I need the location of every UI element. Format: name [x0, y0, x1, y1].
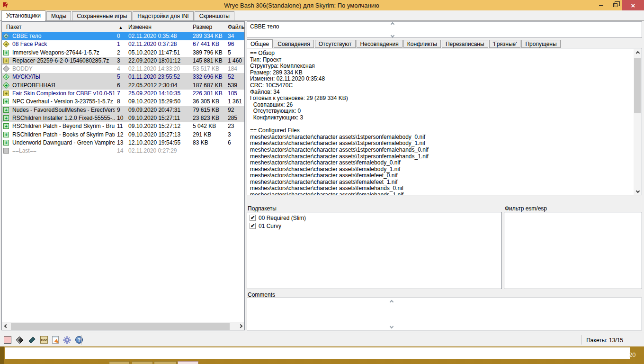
- package-name: ==Last==: [12, 147, 115, 155]
- name-field-scroll[interactable]: [389, 23, 396, 37]
- pencil-icon: [54, 339, 60, 345]
- scroll-right-icon[interactable]: [236, 322, 244, 330]
- plus-glyph: +: [2, 122, 10, 130]
- comments-label: Comments: [248, 291, 275, 298]
- package-row[interactable]: +NPC Overhaul - Version 3-23755-1-5.7z80…: [2, 98, 244, 106]
- scroll-up-icon[interactable]: [391, 22, 394, 26]
- plus-glyph: +: [2, 98, 10, 105]
- main-tab-2[interactable]: Моды: [46, 11, 71, 20]
- package-name: 08 Face Pack: [12, 40, 115, 48]
- package-row[interactable]: +Nudes - FavoredSoulMeshes - ErectVersi.…: [2, 106, 244, 114]
- mod-checker-icon[interactable]: [52, 336, 59, 344]
- package-files: 52: [225, 73, 244, 81]
- green-square-icon: +: [2, 106, 12, 114]
- package-size: 53 517 KB: [191, 65, 225, 73]
- package-row[interactable]: +RSChildren Patch - Books of Skyrim Patc…: [2, 131, 244, 139]
- comments-box[interactable]: [247, 298, 642, 330]
- package-files: 6: [225, 139, 244, 147]
- package-modified: 02.11.2020 0:37:28: [127, 40, 191, 48]
- package-size: 289 334 KB: [191, 32, 225, 40]
- package-row[interactable]: +RSChildren Installer 1.2.0 Fixed-55555-…: [2, 114, 244, 122]
- checkbox-icon[interactable]: ✔: [250, 223, 256, 229]
- package-row[interactable]: ==Last==1402.11.2020 0:27:29: [2, 147, 244, 155]
- detail-tab-3[interactable]: Отсутствуют: [315, 40, 356, 48]
- wrye-bash-window: Wrye Bash 306(Standalone) для Skyrim: По…: [0, 0, 644, 346]
- close-button[interactable]: ×: [622, 0, 644, 10]
- package-name: ОТКРОВЕННАЯ: [12, 82, 115, 90]
- package-files: 92: [225, 106, 244, 114]
- column-size[interactable]: Размер: [191, 22, 225, 32]
- package-size: 145 881 KB: [191, 57, 225, 65]
- general-info-box[interactable]: == Обзор Тип: Проект Структура: Комплекс…: [247, 48, 642, 195]
- subpackages-label: Подпакеты: [248, 205, 277, 212]
- scroll-down-icon[interactable]: [391, 34, 394, 37]
- vertical-scrollbar[interactable]: [634, 49, 641, 195]
- package-files: 539: [225, 82, 244, 90]
- plus-glyph: +: [2, 40, 10, 48]
- package-order: 6: [115, 82, 127, 90]
- esm-filter-box[interactable]: [504, 212, 642, 289]
- minimize-button[interactable]: [594, 0, 608, 10]
- package-row[interactable]: +Replacer-25259-6-2-0-1546080285.7z322.0…: [2, 57, 244, 65]
- plus-glyph: +: [2, 139, 10, 146]
- package-size: 23 823 KB: [191, 114, 225, 122]
- settings-gear-icon[interactable]: [63, 336, 71, 344]
- package-files: 1 361: [225, 98, 244, 106]
- package-files: 105: [225, 90, 244, 98]
- package-row[interactable]: +CBBE тело002.11.2020 0:35:48289 334 KB3…: [2, 32, 244, 40]
- column-package[interactable]: Пакет: [2, 22, 115, 32]
- package-row[interactable]: +Underworld Dawnguard - Green Vampire...…: [2, 139, 244, 147]
- green-square-icon: +: [2, 131, 12, 139]
- launch-spinner-icon[interactable]: [28, 336, 36, 344]
- package-row[interactable]: +МУСКУЛЫ501.11.2020 23:55:52332 696 KB52: [2, 73, 244, 81]
- main-tab-1[interactable]: Установщики: [1, 10, 45, 21]
- package-row[interactable]: +ОТКРОВЕННАЯ622.05.2012 2:30:04187 687 K…: [2, 82, 244, 90]
- package-name: Immersive Weapons-27644-1-5.7z: [12, 49, 115, 57]
- detail-tab-1[interactable]: Общее: [247, 39, 273, 48]
- scroll-left-icon[interactable]: [2, 322, 10, 330]
- package-modified: 05.10.2020 11:47:51: [127, 49, 191, 57]
- installers-panel: Пакет ▲ Изменен Размер Файлы +CBBE тело0…: [1, 21, 245, 330]
- detail-tab-7[interactable]: 'Грязные': [489, 40, 521, 48]
- detail-tab-6[interactable]: Перезаписаны: [442, 40, 488, 48]
- package-row[interactable]: +08 Face Pack102.11.2020 0:37:2867 441 K…: [2, 40, 244, 48]
- restore-button[interactable]: [608, 0, 622, 10]
- detail-tab-8[interactable]: Пропущены: [521, 40, 560, 48]
- scroll-down-icon[interactable]: [634, 187, 642, 195]
- horizontal-scrollbar[interactable]: [2, 322, 244, 330]
- plus-glyph: +: [2, 32, 10, 40]
- subpackages-box[interactable]: ✔00 Required (Slim)✔01 Curvy: [247, 212, 502, 289]
- package-row[interactable]: +RSChildren Patch - Beyond Skyrim - Bru.…: [2, 122, 244, 130]
- package-row[interactable]: BODDY402.11.2020 14:33:2053 517 KB184: [2, 65, 244, 73]
- installer-marker-icon[interactable]: [4, 336, 11, 344]
- packages-count: Пакеты: 13/15: [586, 337, 623, 344]
- green-diamond-icon: +: [2, 73, 12, 81]
- plus-glyph: +: [2, 49, 10, 56]
- detail-tab-2[interactable]: Совпадения: [274, 40, 313, 48]
- subpackage-item[interactable]: ✔00 Required (Slim): [247, 214, 501, 222]
- column-modified[interactable]: Изменен: [127, 22, 191, 32]
- package-order: 7: [115, 90, 127, 98]
- package-name-field[interactable]: CBBE тело: [247, 21, 642, 38]
- scrollbar-thumb[interactable]: [11, 323, 230, 330]
- scroll-up-icon[interactable]: [634, 49, 642, 57]
- main-tab-5[interactable]: Скриншоты: [195, 11, 234, 20]
- package-name: Underworld Dawnguard - Green Vampire...: [12, 139, 115, 147]
- package-modified: 22.05.2012 2:30:04: [127, 82, 191, 90]
- detail-tab-4[interactable]: Несовпадения: [357, 40, 402, 48]
- subpackage-item[interactable]: ✔01 Curvy: [247, 222, 501, 230]
- package-order: 5: [115, 73, 127, 81]
- checkbox-icon[interactable]: ✔: [250, 215, 256, 221]
- gem-icon[interactable]: [16, 336, 24, 344]
- main-tab-3[interactable]: Сохраненные игры: [72, 11, 132, 20]
- sort-arrow-icon[interactable]: ▲: [115, 22, 127, 32]
- package-row[interactable]: +Immersive Weapons-27644-1-5.7z205.10.20…: [2, 49, 244, 57]
- detail-tab-5[interactable]: Конфликты: [403, 40, 441, 48]
- column-files[interactable]: Файлы: [225, 22, 244, 32]
- package-name: CBBE тело: [12, 32, 115, 40]
- package-row[interactable]: +Fair Skin Complexion for CBBE v10.0-51.…: [2, 90, 244, 98]
- doc-browser-icon[interactable]: Doc: [40, 336, 48, 344]
- esm-filter-label: Фильтр esm/esp: [505, 205, 547, 212]
- main-tab-4[interactable]: Надстройки для INI: [133, 11, 193, 20]
- scrollbar-thumb[interactable]: [634, 58, 641, 113]
